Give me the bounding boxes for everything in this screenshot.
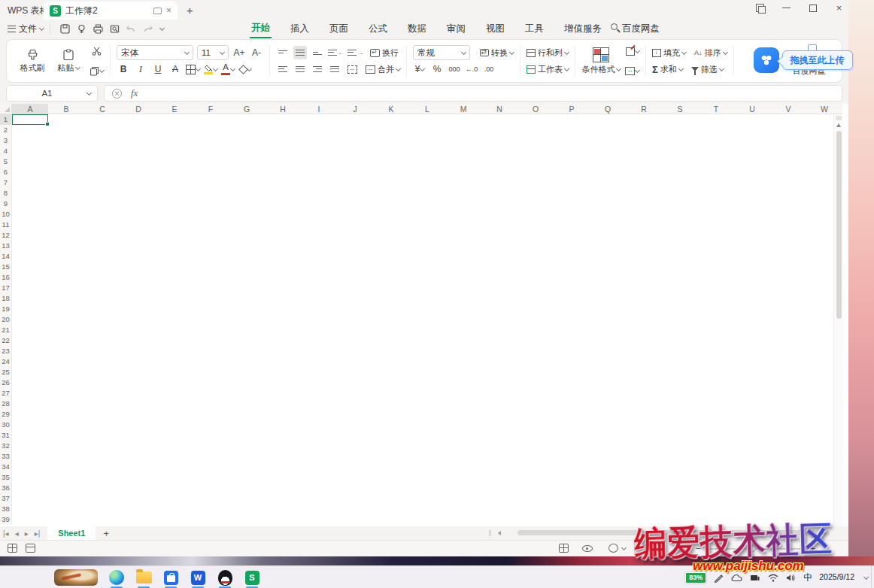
close-tab-icon[interactable]: ×	[166, 6, 171, 15]
align-left-button[interactable]	[276, 62, 290, 76]
align-middle-button[interactable]	[293, 46, 307, 59]
decrease-indent-button[interactable]: ←	[328, 46, 344, 59]
row-header-33[interactable]: 33	[0, 451, 11, 462]
sheet-tab-Sheet1[interactable]: Sheet1	[47, 526, 96, 540]
row-header-5[interactable]: 5	[0, 156, 11, 167]
netdisk-upload-icon[interactable]	[754, 47, 779, 73]
row-header-25[interactable]: 25	[0, 367, 11, 377]
output-button[interactable]	[74, 22, 88, 35]
convert-button[interactable]: 转换	[480, 47, 514, 59]
percent-button[interactable]: %	[430, 62, 444, 76]
row-header-12[interactable]: 12	[0, 230, 11, 241]
column-header-O[interactable]: O	[517, 104, 554, 114]
prev-sheet-button[interactable]: ◂	[15, 529, 19, 538]
last-sheet-button[interactable]: ▸|	[35, 529, 41, 538]
first-sheet-button[interactable]: |◂	[3, 529, 9, 538]
spreadsheet-grid[interactable]: ABCDEFGHIJKLMNOPQRSTUVW 1234567891011121…	[0, 104, 848, 526]
row-header-24[interactable]: 24	[0, 356, 11, 367]
undo-button[interactable]	[124, 22, 138, 35]
copy-button[interactable]	[90, 64, 104, 77]
search-icon[interactable]	[611, 23, 618, 30]
row-header-30[interactable]: 30	[0, 420, 11, 430]
maximize-icon[interactable]	[809, 5, 817, 12]
column-header-S[interactable]: S	[662, 104, 698, 114]
column-header-P[interactable]: P	[554, 104, 590, 114]
column-header-I[interactable]: I	[301, 104, 337, 114]
row-header-11[interactable]: 11	[0, 220, 11, 230]
row-header-35[interactable]: 35	[0, 472, 11, 483]
thousands-button[interactable]: 000	[448, 62, 461, 76]
formula-input[interactable]: fx	[104, 85, 842, 102]
column-header-Q[interactable]: Q	[590, 104, 626, 114]
row-header-14[interactable]: 14	[0, 251, 11, 262]
column-header-F[interactable]: F	[193, 104, 229, 114]
merge-cells-button[interactable]: 合并	[366, 64, 400, 75]
row-header-10[interactable]: 10	[0, 209, 11, 220]
row-header-29[interactable]: 29	[0, 409, 11, 420]
record-icon[interactable]	[26, 544, 35, 553]
align-right-button[interactable]	[311, 62, 324, 76]
cell-settings-icon[interactable]	[8, 544, 17, 553]
taskbar-app-word[interactable]: W	[190, 569, 206, 586]
align-top-button[interactable]	[276, 46, 290, 59]
column-headers[interactable]: ABCDEFGHIJKLMNOPQRSTUVW	[12, 104, 842, 114]
filter-button[interactable]: 筛选	[691, 64, 724, 75]
taskbar-app-qq[interactable]	[217, 569, 233, 586]
split-handle[interactable]	[489, 530, 491, 536]
font-name-select[interactable]: 宋体	[117, 45, 193, 60]
align-center-button[interactable]	[293, 62, 307, 76]
tray-expand-icon[interactable]	[863, 574, 869, 579]
insert-function-icon[interactable]	[112, 89, 122, 99]
column-header-T[interactable]: T	[698, 104, 734, 114]
document-tab[interactable]: S 工作簿2 ×	[44, 2, 178, 20]
row-header-4[interactable]: 4	[0, 146, 11, 156]
taskbar-app-edge[interactable]	[108, 569, 125, 586]
taskbar-app-photo-thumbnail[interactable]	[54, 569, 98, 586]
increase-font-button[interactable]: A+	[232, 46, 246, 59]
increase-indent-button[interactable]: →	[347, 46, 363, 59]
row-header-32[interactable]: 32	[0, 441, 11, 451]
scroll-left-icon[interactable]	[498, 531, 501, 535]
italic-button[interactable]: I	[134, 62, 147, 76]
page-layout-icon[interactable]	[608, 544, 618, 553]
number-format-select[interactable]: 常规	[413, 45, 470, 60]
normal-view-icon[interactable]	[559, 544, 569, 553]
format-painter-button[interactable]: 格式刷	[16, 49, 49, 74]
file-menu-button[interactable]: 文件	[8, 23, 44, 35]
ribbon-tab-页面[interactable]: 页面	[328, 20, 350, 38]
row-header-3[interactable]: 3	[0, 135, 11, 146]
decrease-font-button[interactable]: A-	[250, 46, 263, 59]
fill-button[interactable]: 填充	[652, 47, 686, 59]
row-header-37[interactable]: 37	[0, 493, 11, 504]
row-header-15[interactable]: 15	[0, 262, 11, 272]
reading-view-icon[interactable]	[582, 545, 593, 552]
row-header-8[interactable]: 8	[0, 188, 11, 199]
conditional-format-button[interactable]: 条件格式	[581, 47, 621, 75]
row-header-18[interactable]: 18	[0, 293, 11, 304]
sum-button[interactable]: Σ求和	[652, 64, 683, 75]
row-header-16[interactable]: 16	[0, 272, 11, 283]
vertical-scrollbar[interactable]	[833, 114, 843, 526]
column-header-A[interactable]: A	[12, 104, 48, 114]
underline-button[interactable]: U	[151, 62, 165, 76]
vertical-scroll-thumb[interactable]	[836, 131, 842, 319]
row-headers[interactable]: 1234567891011121314151617181920212223242…	[0, 114, 12, 525]
ribbon-tab-视图[interactable]: 视图	[484, 20, 506, 38]
window-layout-icon[interactable]	[756, 4, 764, 12]
decrease-decimal-button[interactable]: .00	[482, 62, 496, 76]
row-header-7[interactable]: 7	[0, 177, 11, 188]
center-across-button[interactable]	[345, 62, 359, 76]
app-label[interactable]: WPS 表格	[8, 5, 49, 17]
ribbon-tab-增值服务[interactable]: 增值服务	[563, 20, 603, 38]
row-header-20[interactable]: 20	[0, 314, 11, 325]
column-header-N[interactable]: N	[481, 104, 517, 114]
row-header-6[interactable]: 6	[0, 167, 11, 177]
paste-button[interactable]: 粘贴	[52, 49, 85, 74]
ribbon-tab-百度网盘[interactable]: 百度网盘	[621, 20, 661, 38]
rows-columns-button[interactable]: 行和列	[527, 47, 569, 59]
align-justify-button[interactable]	[328, 62, 341, 76]
table-style-button[interactable]	[625, 44, 639, 58]
name-box[interactable]: A1	[6, 85, 98, 102]
column-header-M[interactable]: M	[445, 104, 481, 114]
taskbar-app-explorer[interactable]	[135, 569, 152, 586]
